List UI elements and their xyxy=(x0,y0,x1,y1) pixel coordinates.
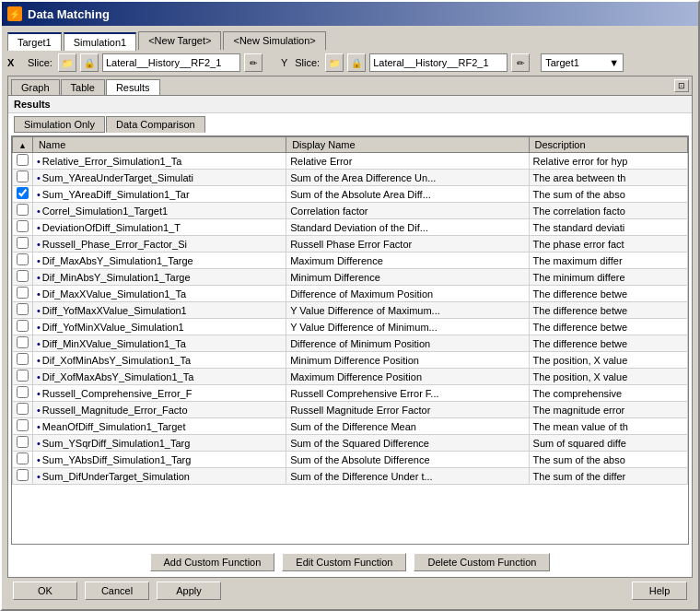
tab-target1[interactable]: Target1 xyxy=(7,32,62,51)
row-name: •Sum_YSqrDiff_Simulation1_Targ xyxy=(32,435,286,452)
row-description: The mean value of th xyxy=(529,418,687,435)
table-row: •Diff_YofMaxXValue_Simulation1Y Value Di… xyxy=(13,302,688,319)
row-name: •Sum_YAbsDiff_Simulation1_Targ xyxy=(32,452,286,468)
row-display-name: Difference of Maximum Position xyxy=(286,286,529,302)
tab-table[interactable]: Table xyxy=(61,79,105,95)
row-checkbox[interactable] xyxy=(13,153,33,170)
main-tab-row: Target1 Simulation1 <New Target> <New Si… xyxy=(7,31,693,50)
edit-custom-function-button[interactable]: Edit Custom Function xyxy=(282,553,406,571)
row-checkbox[interactable] xyxy=(13,335,33,352)
row-display-name: Maximum Difference Position xyxy=(286,369,529,385)
y-slice-icon1[interactable]: 📁 xyxy=(325,53,344,72)
tab-new-simulation[interactable]: <New Simulation> xyxy=(223,31,325,50)
tab-simulation-only[interactable]: Simulation Only xyxy=(14,116,105,133)
y-slice-input[interactable] xyxy=(369,53,508,72)
row-checkbox[interactable] xyxy=(13,468,33,485)
x-label: X xyxy=(7,57,20,68)
row-description: The difference betwe xyxy=(529,319,687,335)
row-checkbox[interactable] xyxy=(13,435,33,452)
results-panel: Graph Table Results ⊡ Results Simulation… xyxy=(7,76,693,578)
ok-button[interactable]: OK xyxy=(13,582,77,600)
x-slice-input[interactable] xyxy=(102,53,240,72)
x-slice-icon1[interactable]: 📁 xyxy=(58,53,76,72)
row-display-name: Russell Comprehensive Error F... xyxy=(286,385,529,402)
row-name: •MeanOfDiff_Simulation1_Target xyxy=(32,418,286,435)
col-header-name[interactable]: Name xyxy=(32,137,286,153)
x-slice-icon2[interactable]: 🔒 xyxy=(80,53,99,72)
row-checkbox[interactable] xyxy=(13,418,33,435)
restore-icon[interactable]: ⊡ xyxy=(674,79,689,92)
row-checkbox[interactable] xyxy=(13,369,33,385)
row-description: The correlation facto xyxy=(529,203,687,219)
y-label: Y xyxy=(281,57,287,68)
row-checkbox[interactable] xyxy=(13,253,33,269)
row-display-name: Difference of Minimum Position xyxy=(286,335,529,352)
row-name: •DeviationOfDiff_Simulation1_T xyxy=(32,219,286,236)
table-row: •Russell_Comprehensive_Error_FRussell Co… xyxy=(13,385,688,402)
row-display-name: Sum of the Absolute Area Diff... xyxy=(286,186,529,203)
row-checkbox[interactable] xyxy=(13,286,33,302)
view-tab-row: Graph Table Results ⊡ xyxy=(8,76,692,96)
row-description: The standard deviati xyxy=(529,219,687,236)
table-row: •Russell_Magnitude_Error_FactoRussell Ma… xyxy=(13,402,688,418)
row-checkbox[interactable] xyxy=(13,452,33,468)
row-display-name: Russell Phase Error Factor xyxy=(286,236,529,253)
col-header-checkbox: ▲ xyxy=(13,137,33,153)
row-description: The comprehensive xyxy=(529,385,687,402)
table-row: •Sum_YAreaUnderTarget_SimulatiSum of the… xyxy=(13,170,688,186)
row-display-name: Sum of the Difference Mean xyxy=(286,418,529,435)
x-slice-label: Slice: xyxy=(28,57,52,68)
row-display-name: Sum of the Difference Under t... xyxy=(286,468,529,485)
row-name: •Diff_YofMinXValue_Simulation1 xyxy=(32,319,286,335)
row-checkbox[interactable] xyxy=(13,302,33,319)
tab-new-target[interactable]: <New Target> xyxy=(138,31,221,50)
tab-simulation1[interactable]: Simulation1 xyxy=(64,32,136,51)
title-bar: ⚡ Data Matching xyxy=(2,2,698,26)
y-slice-edit[interactable]: ✏ xyxy=(511,53,530,72)
row-display-name: Standard Deviation of the Dif... xyxy=(286,219,529,236)
tab-results[interactable]: Results xyxy=(106,79,160,95)
row-name: •Sum_DifUnderTarget_Simulation xyxy=(32,468,286,485)
row-description: The maximum differ xyxy=(529,253,687,269)
x-slice-edit[interactable]: ✏ xyxy=(244,53,262,72)
row-display-name: Y Value Difference of Minimum... xyxy=(286,319,529,335)
y-slice-icon2[interactable]: 🔒 xyxy=(347,53,366,72)
table-row: •MeanOfDiff_Simulation1_TargetSum of the… xyxy=(13,418,688,435)
row-checkbox[interactable] xyxy=(13,385,33,402)
data-matching-window: ⚡ Data Matching Target1 Simulation1 <New… xyxy=(0,0,700,611)
row-name: •Dif_MinAbsY_Simulation1_Targe xyxy=(32,269,286,286)
custom-function-btn-row: Add Custom Function Edit Custom Function… xyxy=(8,547,692,577)
target-dropdown[interactable]: Target1 ▼ xyxy=(541,53,624,72)
add-custom-function-button[interactable]: Add Custom Function xyxy=(150,553,275,571)
row-display-name: Maximum Difference xyxy=(286,253,529,269)
main-content: Target1 Simulation1 <New Target> <New Si… xyxy=(2,26,698,609)
row-checkbox[interactable] xyxy=(13,352,33,369)
col-header-desc[interactable]: Description xyxy=(529,137,687,153)
table-row: •Diff_YofMinXValue_Simulation1Y Value Di… xyxy=(13,319,688,335)
data-table-container: ▲ Name Display Name Description •Relativ… xyxy=(11,135,689,545)
row-name: •Sum_YAreaDiff_Simulation1_Tar xyxy=(32,186,286,203)
row-description: The difference betwe xyxy=(529,302,687,319)
row-checkbox[interactable] xyxy=(13,170,33,186)
tab-graph[interactable]: Graph xyxy=(11,79,60,95)
row-name: •Russell_Comprehensive_Error_F xyxy=(32,385,286,402)
table-row: •Sum_YAreaDiff_Simulation1_TarSum of the… xyxy=(13,186,688,203)
row-checkbox[interactable] xyxy=(13,319,33,335)
col-header-display[interactable]: Display Name xyxy=(286,137,529,153)
table-row: •Sum_YAbsDiff_Simulation1_TargSum of the… xyxy=(13,452,688,468)
bottom-btn-row: OK Cancel Apply Help xyxy=(7,578,693,604)
row-checkbox[interactable] xyxy=(13,269,33,286)
row-name: •Russell_Phase_Error_Factor_Si xyxy=(32,236,286,253)
table-row: •Correl_Simulation1_Target1Correlation f… xyxy=(13,203,688,219)
cancel-button[interactable]: Cancel xyxy=(85,582,149,600)
delete-custom-function-button[interactable]: Delete Custom Function xyxy=(414,553,550,571)
apply-button[interactable]: Apply xyxy=(157,582,221,600)
table-row: •Diff_MinXValue_Simulation1_TaDifference… xyxy=(13,335,688,352)
help-button[interactable]: Help xyxy=(632,582,687,600)
row-checkbox[interactable] xyxy=(13,186,33,203)
row-checkbox[interactable] xyxy=(13,219,33,236)
row-checkbox[interactable] xyxy=(13,236,33,253)
tab-data-comparison[interactable]: Data Comparison xyxy=(106,116,205,133)
row-checkbox[interactable] xyxy=(13,203,33,219)
row-checkbox[interactable] xyxy=(13,402,33,418)
